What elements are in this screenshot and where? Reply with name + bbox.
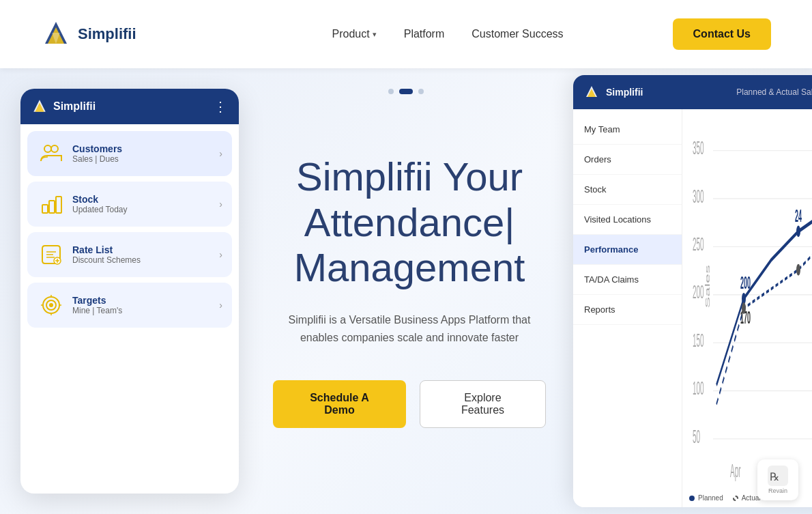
- svg-rect-9: [56, 197, 61, 213]
- svg-text:50: 50: [693, 425, 700, 446]
- svg-text:Sales: Sales: [704, 265, 711, 308]
- mobile-item-rate-list[interactable]: Rate List Discount Schemes ›: [27, 232, 232, 277]
- svg-text:250: 250: [693, 233, 704, 255]
- sidebar-my-team[interactable]: My Team: [573, 115, 682, 145]
- logo-icon: [41, 19, 71, 49]
- sidebar-stock[interactable]: Stock: [573, 175, 682, 205]
- mobile-menu: Customers Sales | Dues › Stock Updated T…: [20, 124, 239, 334]
- sidebar-orders[interactable]: Orders: [573, 145, 682, 175]
- hero-subtitle: Simplifii is a Versatile Business Apps P…: [273, 311, 546, 346]
- dashboard-mockup: Simplifii Planned & Actual Sales My Team…: [573, 75, 812, 507]
- revain-badge[interactable]: ℞ Revain: [757, 459, 798, 500]
- hero-buttons: Schedule A Demo Explore Features: [273, 380, 546, 428]
- sidebar-tada-claims[interactable]: TA/DA Claims: [573, 265, 682, 295]
- chevron-right-icon-3: ›: [219, 249, 222, 260]
- revain-icon: ℞: [768, 466, 788, 486]
- customers-icon: [38, 141, 64, 167]
- planned-dot: [689, 496, 695, 501]
- dashboard-logo-icon: [584, 85, 599, 100]
- mobile-app-header: Simplifii ⋮: [20, 89, 239, 124]
- nav-product[interactable]: Product ▾: [332, 28, 377, 40]
- svg-point-6: [51, 145, 58, 152]
- actual-dot: [733, 496, 738, 501]
- sidebar-visited-locations[interactable]: Visited Locations: [573, 205, 682, 235]
- mobile-logo-row: Simplifii: [31, 98, 96, 115]
- svg-text:300: 300: [693, 185, 704, 206]
- svg-rect-8: [49, 201, 55, 213]
- mobile-item-targets[interactable]: Targets Mine | Team's ›: [27, 283, 232, 328]
- mobile-item-customers[interactable]: Customers Sales | Dues ›: [27, 131, 232, 176]
- nav-customer-success[interactable]: Customer Success: [472, 28, 563, 40]
- mobile-app-mockup: Simplifii ⋮ Customers Sales | Dues: [20, 89, 239, 494]
- chevron-down-icon: ▾: [373, 30, 377, 39]
- rate-list-text: Rate List Discount Schemes: [72, 244, 141, 265]
- schedule-demo-button[interactable]: Schedule A Demo: [273, 380, 406, 428]
- hero-title: Simplifii Your Attendance| Management: [294, 154, 525, 291]
- dashboard-chart-title: Planned & Actual Sales: [736, 87, 812, 97]
- mobile-logo-icon: [31, 98, 48, 115]
- sidebar-reports[interactable]: Reports: [573, 295, 682, 325]
- svg-point-13: [49, 303, 53, 307]
- dashboard-sidebar: My Team Orders Stock Visited Locations P…: [573, 109, 682, 507]
- svg-text:350: 350: [693, 137, 704, 158]
- logo[interactable]: Simplifii: [41, 19, 136, 49]
- mobile-app-name: Simplifii: [53, 100, 96, 113]
- targets-text: Targets Mine | Team's: [72, 295, 122, 315]
- dashboard-content: My Team Orders Stock Visited Locations P…: [573, 109, 812, 507]
- contact-us-button[interactable]: Contact Us: [673, 18, 771, 50]
- hero-content: Simplifii Your Attendance| Management Si…: [259, 68, 560, 514]
- stock-icon: [38, 191, 64, 217]
- mobile-item-stock[interactable]: Stock Updated Today ›: [27, 182, 232, 227]
- svg-point-5: [44, 145, 51, 152]
- dashboard-header: Simplifii Planned & Actual Sales: [573, 75, 812, 109]
- chevron-right-icon: ›: [219, 148, 222, 159]
- explore-features-button[interactable]: Explore Features: [420, 380, 546, 428]
- svg-text:℞: ℞: [770, 471, 779, 483]
- dashboard-app-name: Simplifii: [606, 87, 643, 98]
- svg-text:150: 150: [693, 329, 704, 350]
- svg-point-38: [796, 264, 800, 276]
- svg-text:Apr: Apr: [730, 460, 741, 481]
- svg-text:200: 200: [693, 281, 704, 302]
- targets-icon: [38, 292, 64, 318]
- sales-chart: 350 300 250 200 150 100 50 Sa: [689, 116, 812, 500]
- svg-text:24: 24: [795, 206, 802, 225]
- svg-point-37: [742, 302, 746, 314]
- hero-section: Simplifii ⋮ Customers Sales | Dues: [0, 68, 812, 514]
- customers-text: Customers Sales | Dues: [72, 143, 122, 164]
- nav-links: Product ▾ Platform Customer Success: [332, 28, 564, 40]
- svg-text:100: 100: [693, 377, 704, 399]
- sidebar-performance[interactable]: Performance: [573, 235, 682, 265]
- legend-planned: Planned: [689, 494, 723, 502]
- stock-text: Stock Updated Today: [72, 194, 128, 214]
- legend-actual: Actual: [733, 494, 761, 502]
- nav-platform[interactable]: Platform: [404, 28, 445, 40]
- svg-point-36: [796, 225, 800, 237]
- svg-rect-7: [42, 205, 48, 213]
- dashboard-chart: 350 300 250 200 150 100 50 Sa: [682, 109, 812, 507]
- chart-legend: Planned Actual: [689, 494, 761, 502]
- chevron-right-icon-4: ›: [219, 300, 222, 311]
- rate-list-icon: [38, 242, 64, 268]
- navbar: Simplifii Product ▾ Platform Customer Su…: [0, 0, 812, 68]
- logo-text: Simplifii: [78, 25, 136, 43]
- svg-text:200: 200: [740, 274, 751, 293]
- chevron-right-icon-2: ›: [219, 199, 222, 210]
- mobile-menu-icon[interactable]: ⋮: [214, 98, 228, 115]
